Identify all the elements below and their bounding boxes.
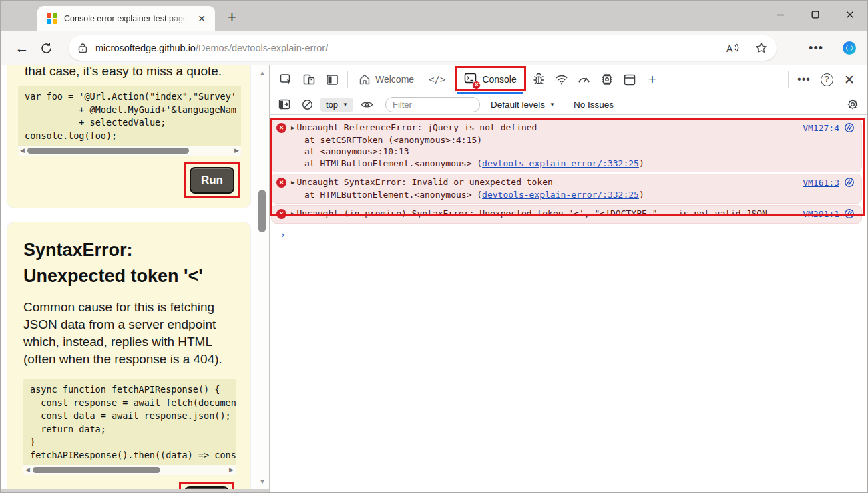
filter-input[interactable]	[385, 97, 480, 112]
dock-side-icon[interactable]	[320, 68, 343, 91]
minimize-button[interactable]	[763, 1, 798, 29]
vm-source-link[interactable]: VM291:1	[803, 209, 839, 219]
back-button[interactable]: ←	[10, 36, 34, 60]
scroll-up-icon[interactable]: ▲	[256, 69, 269, 77]
devtools-panel: Welcome </> ✕ Console	[270, 65, 867, 492]
scrollbar-thumb[interactable]	[27, 148, 189, 154]
card1-horizontal-scrollbar[interactable]: ◀ ▶	[18, 146, 241, 156]
browser-menu-icon[interactable]: •••	[809, 41, 823, 55]
refresh-button[interactable]	[34, 36, 58, 60]
close-window-button[interactable]	[833, 1, 867, 29]
tab-title: Console error explainer test page	[64, 14, 188, 23]
close-devtools-icon[interactable]: ✕	[838, 68, 861, 91]
annotation-box-run1: Run	[184, 162, 240, 198]
browser-toolbar: ← microsoftedge.github.io/Demos/devtools…	[1, 31, 867, 65]
scrollbar-thumb[interactable]	[258, 190, 266, 232]
console-error-row: ✕▶Uncaught SyntaxError: Invalid or unexp…	[271, 174, 862, 204]
lock-icon	[78, 43, 87, 53]
more-tools-icon[interactable]: +	[641, 68, 664, 91]
card1-code: var foo = '@Url.Action("index","Survey' …	[18, 86, 241, 146]
run-button-1[interactable]: Run	[190, 167, 234, 194]
tab-sources-icon[interactable]: </>	[421, 65, 453, 94]
debugger-bug-icon[interactable]	[527, 68, 550, 91]
error-card-2: SyntaxError: Unexpected token '<' Common…	[7, 222, 250, 489]
explain-in-copilot-icon[interactable]	[844, 177, 855, 188]
error-icon: ✕	[276, 123, 286, 133]
new-tab-button[interactable]: +	[228, 9, 236, 26]
chevron-down-icon: ▼	[343, 102, 348, 108]
stack-source-link[interactable]: devtools-explain-error/:332:25	[482, 190, 639, 200]
console-toolbar: top ▼ Default levels ▼ No Issues	[270, 94, 867, 115]
expand-triangle-icon[interactable]: ▶	[291, 208, 294, 220]
address-bar[interactable]: microsoftedge.github.io/Demos/devtools-e…	[69, 35, 777, 61]
stack-frame: at HTMLButtonElement.<anonymous> (devtoo…	[291, 158, 795, 170]
application-icon[interactable]	[618, 68, 641, 91]
console-error-row: ✕▶Uncaught (in promise) SyntaxError: Une…	[271, 205, 862, 224]
browser-window: Console error explainer test page ✕ + ← …	[0, 0, 868, 493]
stack-source-link[interactable]: devtools-explain-error/:332:25	[482, 158, 639, 168]
active-tab-underline	[457, 92, 523, 94]
tab-console-label: Console	[482, 74, 516, 85]
performance-icon[interactable]	[573, 68, 596, 91]
card2-heading: SyntaxError: Unexpected token '<'	[23, 237, 236, 289]
browser-tab[interactable]: Console error explainer test page ✕	[37, 6, 215, 31]
scroll-right-icon[interactable]: ▶	[234, 148, 239, 154]
device-emulation-icon[interactable]	[298, 68, 320, 91]
tab-close-icon[interactable]: ✕	[195, 13, 208, 24]
expand-triangle-icon[interactable]: ▶	[291, 122, 294, 134]
error-icon: ✕	[276, 209, 286, 219]
read-aloud-icon[interactable]: A	[726, 43, 740, 54]
chevron-down-icon: ▼	[550, 102, 555, 108]
console-sidebar-icon[interactable]	[275, 96, 294, 113]
devtools-menu-icon[interactable]: •••	[793, 68, 815, 91]
vm-source-link[interactable]: VM127:4	[803, 123, 839, 133]
card2-code-block: async function fetchAPIResponse() { cons…	[23, 379, 236, 475]
scroll-down-icon[interactable]: ▼	[256, 478, 269, 485]
issues-counter[interactable]: No Issues	[574, 100, 614, 110]
error-message: Uncaught (in promise) SyntaxError: Unexp…	[296, 208, 767, 220]
devtools-tab-bar: Welcome </> ✕ Console	[270, 65, 867, 94]
tab-welcome[interactable]: Welcome	[352, 65, 421, 94]
error-message: Uncaught ReferenceError: jQuery is not d…	[296, 122, 537, 134]
context-selector[interactable]: top ▼	[320, 98, 353, 112]
error-card-1: that case, it's easy to miss a quote. va…	[7, 65, 250, 208]
expand-triangle-icon[interactable]: ▶	[291, 177, 294, 189]
scroll-left-icon[interactable]: ◀	[20, 148, 25, 154]
scroll-left-icon[interactable]: ◀	[25, 467, 30, 473]
inspect-element-icon[interactable]	[275, 68, 298, 91]
vm-source-link[interactable]: VM161:3	[803, 178, 839, 188]
memory-icon[interactable]	[596, 68, 618, 91]
network-icon[interactable]	[550, 68, 573, 91]
log-levels-value: Default levels	[491, 100, 545, 110]
error-icon: ✕	[276, 178, 286, 188]
help-icon[interactable]: ?	[815, 68, 838, 91]
annotation-box-run2: Run	[179, 482, 234, 489]
microsoft-logo-icon	[47, 13, 57, 24]
console-messages: ✕▶Uncaught ReferenceError: jQuery is not…	[270, 115, 867, 224]
stack-frame: at HTMLButtonElement.<anonymous> (devtoo…	[291, 189, 795, 201]
log-levels-selector[interactable]: Default levels ▼	[491, 100, 555, 110]
console-settings-gear-icon[interactable]	[843, 96, 862, 113]
page-content-pane: that case, it's easy to miss a quote. va…	[1, 65, 270, 492]
home-icon	[359, 73, 371, 86]
copilot-icon[interactable]	[841, 39, 858, 57]
explain-in-copilot-icon[interactable]	[844, 122, 855, 133]
favorites-star-icon[interactable]	[755, 42, 767, 54]
console-prompt-chevron[interactable]: ›	[280, 229, 867, 241]
window-bottom-edge	[1, 489, 269, 492]
live-expression-eye-icon[interactable]	[357, 96, 376, 113]
explain-in-copilot-icon[interactable]	[844, 208, 855, 219]
scrollbar-thumb[interactable]	[33, 467, 161, 473]
error-message: Uncaught SyntaxError: Invalid or unexpec…	[296, 176, 553, 189]
console-output: ✕▶Uncaught ReferenceError: jQuery is not…	[270, 115, 867, 492]
card1-code-block: var foo = '@Url.Action("index","Survey' …	[18, 86, 241, 156]
page-vertical-scrollbar[interactable]: ▲ ▼	[256, 65, 269, 489]
context-selector-value: top	[326, 100, 338, 110]
url-text: microsoftedge.github.io/Demos/devtools-e…	[95, 43, 328, 53]
clear-console-icon[interactable]	[298, 96, 316, 113]
scroll-right-icon[interactable]: ▶	[229, 467, 234, 473]
card2-horizontal-scrollbar[interactable]: ◀ ▶	[23, 465, 236, 475]
maximize-button[interactable]	[798, 1, 833, 29]
title-bar: Console error explainer test page ✕ +	[1, 1, 867, 31]
tab-console[interactable]: ✕ Console	[455, 65, 525, 94]
